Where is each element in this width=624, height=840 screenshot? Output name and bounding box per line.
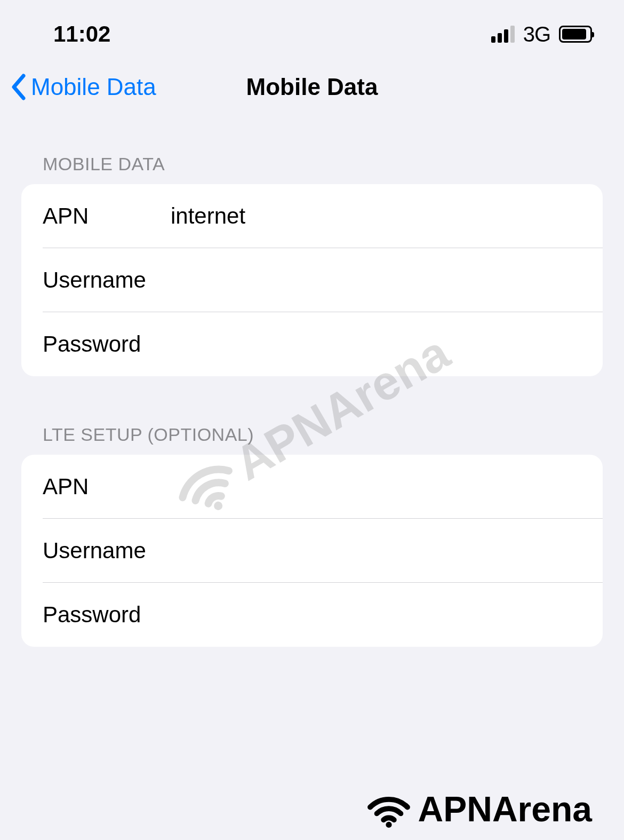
username-input[interactable]	[171, 267, 581, 293]
lte-password-label: Password	[43, 602, 171, 628]
row-mobile-data-apn[interactable]: APN	[21, 184, 603, 248]
password-label: Password	[43, 331, 171, 357]
nav-bar: Mobile Data Mobile Data	[0, 63, 624, 132]
watermark-bottom: APNArena	[365, 789, 592, 829]
section-header-lte-setup: LTE SETUP (OPTIONAL)	[21, 424, 603, 455]
lte-username-label: Username	[43, 538, 171, 564]
row-lte-apn[interactable]: APN	[21, 455, 603, 519]
section-header-mobile-data: MOBILE DATA	[21, 154, 603, 184]
status-right: 3G	[491, 22, 592, 46]
content: MOBILE DATA APN Username Password LTE SE…	[0, 132, 624, 647]
svg-point-1	[386, 822, 391, 828]
lte-apn-input[interactable]	[171, 474, 581, 500]
lte-apn-label: APN	[43, 474, 171, 500]
row-lte-password[interactable]: Password	[21, 583, 603, 647]
username-label: Username	[43, 267, 171, 293]
page-title: Mobile Data	[246, 74, 378, 100]
wifi-icon	[365, 790, 413, 828]
section-group-mobile-data: APN Username Password	[21, 184, 603, 376]
password-input[interactable]	[171, 331, 581, 357]
signal-icon	[491, 26, 515, 43]
back-label: Mobile Data	[31, 74, 156, 100]
network-type: 3G	[523, 22, 550, 46]
row-lte-username[interactable]: Username	[21, 519, 603, 583]
apn-input[interactable]	[171, 203, 581, 229]
status-bar: 11:02 3G	[0, 0, 624, 63]
apn-label: APN	[43, 203, 171, 229]
row-mobile-data-username[interactable]: Username	[21, 248, 603, 312]
lte-password-input[interactable]	[171, 602, 581, 628]
lte-username-input[interactable]	[171, 538, 581, 564]
battery-icon	[559, 26, 592, 43]
row-mobile-data-password[interactable]: Password	[21, 312, 603, 376]
back-button[interactable]: Mobile Data	[11, 74, 156, 100]
chevron-left-icon	[11, 74, 27, 100]
status-time: 11:02	[53, 21, 110, 47]
watermark-bottom-text: APNArena	[418, 789, 592, 829]
section-group-lte-setup: APN Username Password	[21, 455, 603, 647]
